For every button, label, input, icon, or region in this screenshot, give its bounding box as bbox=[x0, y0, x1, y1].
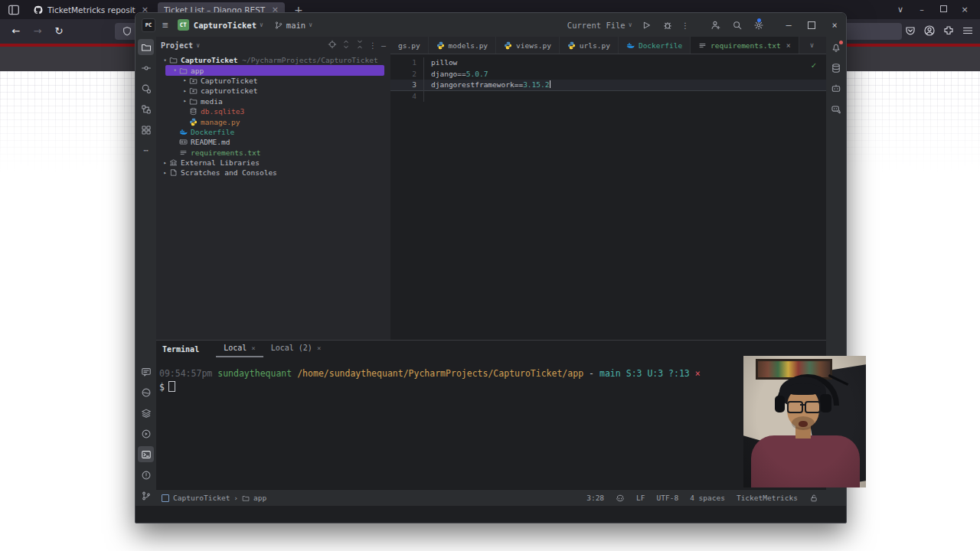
tree-row-readme-md[interactable]: README.md bbox=[156, 137, 390, 147]
code-with-me-button[interactable] bbox=[710, 20, 721, 31]
ide-close-button[interactable]: × bbox=[823, 20, 846, 31]
panel-title[interactable]: Project bbox=[161, 41, 193, 50]
version-control-tool-button[interactable] bbox=[138, 487, 154, 504]
back-button[interactable]: ← bbox=[9, 24, 23, 38]
editor-tab-views-py[interactable]: views.py bbox=[496, 37, 560, 54]
project-tool-button[interactable] bbox=[138, 39, 154, 55]
terminal-tab-local-2[interactable]: Local (2)× bbox=[263, 344, 329, 357]
problems-tool-button[interactable] bbox=[138, 467, 154, 483]
tree-expand-arrow[interactable]: ▾ bbox=[161, 57, 169, 64]
terminal-tool-button[interactable] bbox=[138, 446, 154, 462]
terminal-tab-close-button[interactable]: × bbox=[317, 344, 321, 352]
status-breadcrumb[interactable]: CapturoTicket › app bbox=[162, 494, 266, 502]
settings-button[interactable] bbox=[753, 20, 764, 31]
caret-position-widget[interactable]: 3:28 bbox=[586, 494, 604, 502]
terminal-tab-close-button[interactable]: × bbox=[251, 344, 255, 352]
terminal-output[interactable]: 09:54:57pmsundaythequant/home/sundaytheq… bbox=[156, 357, 826, 393]
tree-expand-arrow[interactable]: ▸ bbox=[181, 98, 189, 104]
ide-maximize-button[interactable] bbox=[800, 21, 823, 29]
pocket-icon[interactable] bbox=[904, 24, 916, 37]
tree-row-requirements-txt[interactable]: requirements.txt bbox=[156, 148, 390, 158]
tree-row-dockerfile[interactable]: Dockerfile bbox=[156, 127, 390, 137]
run-button[interactable] bbox=[641, 20, 652, 31]
editor-tab-models-py[interactable]: models.py bbox=[429, 37, 496, 54]
browser-minimize-button[interactable]: – bbox=[911, 5, 933, 15]
tree-expand-arrow[interactable]: ▸ bbox=[161, 160, 169, 166]
code-editor[interactable]: ✓ 1pillow2django==5.0.73djangorestframew… bbox=[390, 54, 826, 102]
indent-widget[interactable]: 4 spaces bbox=[690, 494, 725, 502]
reload-button[interactable]: ↻ bbox=[52, 24, 66, 38]
expand-all-button[interactable] bbox=[341, 40, 351, 51]
editor-more-button[interactable]: ⋮ bbox=[825, 41, 826, 50]
terminal-title[interactable]: Terminal bbox=[162, 345, 199, 357]
project-selector[interactable]: CapturoTicket bbox=[194, 21, 256, 30]
tracking-shield-icon[interactable] bbox=[122, 26, 132, 37]
structure-tool-button[interactable] bbox=[138, 101, 154, 117]
select-opened-file-button[interactable] bbox=[328, 40, 337, 51]
tree-expand-arrow[interactable]: ▸ bbox=[181, 77, 189, 83]
tree-row-app[interactable]: ▾app bbox=[156, 65, 390, 75]
account-icon[interactable] bbox=[923, 24, 936, 37]
browser-maximize-button[interactable] bbox=[933, 5, 954, 15]
pull-requests-tool-button[interactable] bbox=[138, 80, 154, 96]
editor-tab-urls-py[interactable]: urls.py bbox=[560, 37, 619, 54]
line-separator-widget[interactable]: LF bbox=[636, 494, 645, 502]
tree-row-scratches-and-consoles[interactable]: ▸Scratches and Consoles bbox=[156, 168, 390, 178]
branch-selector[interactable]: main ∨ bbox=[274, 21, 315, 30]
tree-row-capturoticket[interactable]: ▸CapturoTicket bbox=[156, 76, 390, 86]
ai-assistant-tool-button[interactable] bbox=[828, 80, 844, 96]
run-tool-button[interactable] bbox=[138, 425, 154, 442]
tree-row-capturoticket[interactable]: ▾CapturoTicket~/PycharmProjects/CapturoT… bbox=[156, 55, 390, 65]
tree-expand-arrow[interactable]: ▸ bbox=[161, 170, 169, 176]
copilot-status-icon[interactable] bbox=[616, 494, 625, 503]
code-line-1[interactable]: 1pillow bbox=[390, 57, 826, 69]
chat-assistant-tool-button[interactable] bbox=[828, 101, 844, 117]
browser-close-button[interactable]: × bbox=[954, 5, 975, 15]
editor-tab-dockerfile[interactable]: Dockerfile bbox=[619, 37, 691, 54]
python-console-tool-button[interactable] bbox=[138, 384, 154, 400]
more-actions-button[interactable]: ⋮ bbox=[681, 21, 690, 30]
hide-panel-button[interactable]: — bbox=[381, 41, 386, 50]
encoding-widget[interactable]: UTF-8 bbox=[657, 494, 679, 502]
tab-list-chevron-icon[interactable]: ∨ bbox=[810, 41, 814, 49]
more-tools-tool-button[interactable]: ⋯ bbox=[138, 142, 154, 158]
panel-more-button[interactable]: ⋮ bbox=[369, 41, 377, 50]
tree-row-db-sqlite3[interactable]: db.sqlite3 bbox=[156, 106, 390, 116]
editor-tab-requirements-txt[interactable]: requirements.txt× bbox=[691, 37, 799, 54]
notifications-tool-button[interactable] bbox=[828, 39, 844, 55]
editor-tab-close-button[interactable]: × bbox=[786, 41, 791, 50]
run-config-selector[interactable]: Current File bbox=[567, 21, 626, 30]
services-tool-button[interactable] bbox=[138, 405, 154, 421]
tree-row-manage-py[interactable]: manage.py bbox=[156, 116, 390, 126]
tree-expand-arrow[interactable]: ▾ bbox=[171, 67, 179, 73]
ide-minimize-button[interactable]: – bbox=[777, 20, 800, 31]
interpreter-widget[interactable]: TicketMetricks bbox=[737, 494, 798, 502]
tree-row-external-libraries[interactable]: ▸External Libraries bbox=[156, 158, 390, 168]
terminal-input-line[interactable]: $ bbox=[159, 381, 826, 393]
todo-tool-button[interactable] bbox=[138, 364, 154, 380]
collapse-all-button[interactable] bbox=[355, 40, 364, 51]
editor-tab-gs-py[interactable]: gs.py bbox=[390, 37, 429, 54]
code-line-3[interactable]: 3djangorestframework==3.15.2 bbox=[390, 80, 826, 91]
search-everywhere-button[interactable] bbox=[732, 20, 743, 31]
inspection-status-icon[interactable]: ✓ bbox=[811, 60, 816, 72]
code-line-4[interactable]: 4 bbox=[390, 91, 826, 103]
project-badge[interactable]: CT bbox=[178, 19, 189, 31]
menu-button[interactable] bbox=[962, 24, 974, 37]
tree-expand-arrow[interactable]: ▸ bbox=[181, 88, 189, 94]
forward-button[interactable]: → bbox=[31, 24, 44, 38]
code-line-2[interactable]: 2django==5.0.7 bbox=[390, 69, 826, 80]
debug-button[interactable] bbox=[662, 20, 673, 31]
tree-row-media[interactable]: ▸media bbox=[156, 96, 390, 106]
plugins-tool-button[interactable] bbox=[138, 122, 154, 138]
main-menu-button[interactable]: ≡ bbox=[162, 19, 168, 31]
firefox-view-button[interactable] bbox=[6, 3, 21, 17]
breadcrumb-project[interactable]: CapturoTicket bbox=[173, 494, 230, 502]
extensions-icon[interactable] bbox=[942, 24, 955, 37]
terminal-tab-local[interactable]: Local× bbox=[216, 344, 263, 357]
breadcrumb-directory[interactable]: app bbox=[253, 494, 266, 502]
commit-tool-button[interactable] bbox=[138, 60, 154, 76]
database-tool-button[interactable] bbox=[828, 60, 844, 76]
list-all-tabs-button[interactable]: ∨ bbox=[890, 5, 911, 15]
write-access-lock-icon[interactable] bbox=[809, 494, 818, 503]
